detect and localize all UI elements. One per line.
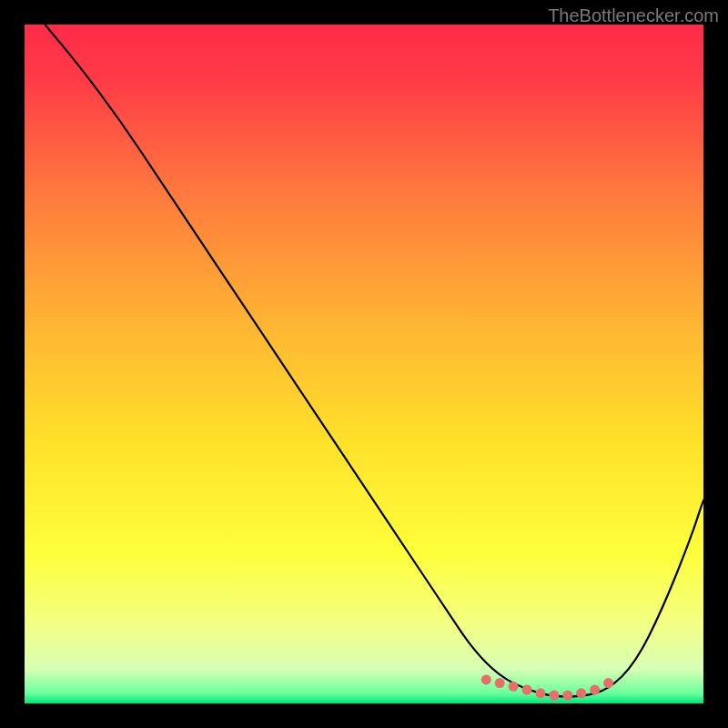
optimal-marker — [590, 685, 600, 695]
chart-frame — [25, 25, 703, 703]
watermark-text: TheBottlenecker.com — [548, 5, 719, 26]
bottleneck-curve — [25, 25, 703, 703]
optimal-marker — [603, 678, 613, 688]
optimal-marker — [522, 685, 532, 695]
optimal-marker — [535, 688, 545, 698]
optimal-marker — [481, 674, 491, 684]
optimal-marker — [562, 691, 572, 701]
optimal-marker — [549, 691, 559, 701]
optimal-marker — [509, 682, 519, 692]
optimal-marker — [495, 678, 505, 688]
optimal-marker — [576, 688, 586, 698]
